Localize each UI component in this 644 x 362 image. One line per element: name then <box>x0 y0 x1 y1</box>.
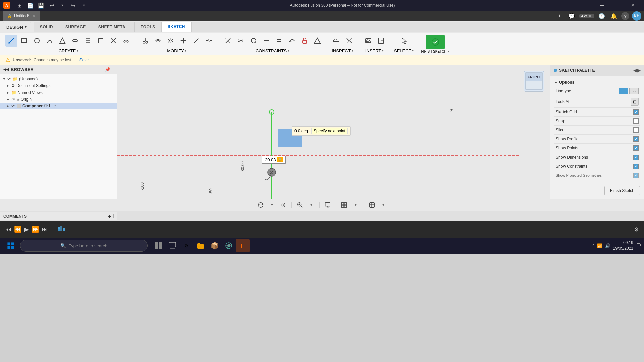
user-avatar[interactable]: KH <box>632 11 641 21</box>
coincident-tool[interactable] <box>222 35 234 47</box>
orbit-dropdown[interactable]: ▼ <box>267 200 277 210</box>
show-constraints-checkbox[interactable] <box>633 164 639 169</box>
up-arrow-icon[interactable]: ^ <box>593 244 594 248</box>
move-tool[interactable] <box>177 35 190 47</box>
taskbar-icon-settings[interactable]: ⚙ <box>180 239 193 252</box>
select-tool[interactable] <box>398 35 410 47</box>
taskbar-icon-chrome[interactable] <box>222 239 235 252</box>
skip-fwd-button[interactable]: ⏭ <box>42 226 48 233</box>
chat-icon[interactable]: 💬 <box>567 11 576 21</box>
rectangle-tool[interactable] <box>18 35 30 47</box>
tree-item-origin[interactable]: ▶ 👁 ◈ Origin <box>0 96 117 103</box>
create-label[interactable]: CREATE ▼ <box>59 48 79 53</box>
eye-icon[interactable]: 👁 <box>7 77 11 81</box>
playback-settings[interactable]: ⚙ <box>634 226 639 233</box>
finish-sketch-tool-button[interactable] <box>426 35 445 49</box>
browser-pin-icon[interactable]: 📌 <box>105 67 110 72</box>
tab-sheet-metal[interactable]: SHEET METAL <box>92 22 135 32</box>
save-link[interactable]: Save <box>79 58 89 62</box>
tree-item-named-views[interactable]: ▶ 📁 Named Views <box>0 89 117 96</box>
pan-button[interactable] <box>279 200 288 210</box>
select-label[interactable]: SELECT ▼ <box>394 48 414 53</box>
view-cube[interactable]: FRONT <box>521 68 547 95</box>
comments-add-icon[interactable]: + <box>108 214 111 219</box>
zoom-dropdown[interactable]: ▼ <box>307 200 316 210</box>
perpendicular-tool[interactable] <box>260 35 272 47</box>
linetype-solid-button[interactable] <box>619 88 628 94</box>
taskbar-icon-explorer[interactable] <box>152 239 165 252</box>
search-box[interactable]: 🔍 Type here to search <box>20 240 148 252</box>
slice-checkbox[interactable] <box>633 127 639 133</box>
new-tab-button[interactable]: + <box>555 11 564 21</box>
tree-item-component[interactable]: ▶ 👁 Component1:1 ⊙ <box>0 103 117 109</box>
midpoint-tool[interactable] <box>311 35 323 47</box>
insert-label[interactable]: INSERT ▼ <box>365 48 384 53</box>
equal-tool[interactable] <box>273 35 285 47</box>
settings-icon[interactable]: ⚙ <box>634 227 639 232</box>
line-tool[interactable] <box>5 35 17 47</box>
constraints-label[interactable]: CONSTRAINTS ▼ <box>256 48 290 53</box>
display-settings-button[interactable] <box>323 200 332 210</box>
undo-icon[interactable]: ↩ <box>47 1 56 10</box>
tangent-tool[interactable] <box>286 35 298 47</box>
notification-icon[interactable]: 🗨 <box>636 243 641 249</box>
trim-tool[interactable] <box>107 35 119 47</box>
polygon-tool[interactable] <box>82 35 94 47</box>
parallel-tool[interactable] <box>248 35 260 47</box>
fillet-tool[interactable] <box>95 35 107 47</box>
lock-tool[interactable] <box>299 35 311 47</box>
network-icon[interactable]: 📶 <box>597 243 602 248</box>
insert-image-tool[interactable] <box>362 35 374 47</box>
taskbar-icon-taskview[interactable] <box>166 239 179 252</box>
palette-expand-icon[interactable]: ◀▶ <box>633 68 641 73</box>
canvas-tool[interactable] <box>375 35 387 47</box>
tab-close-button[interactable]: × <box>33 14 35 19</box>
eye-icon-origin[interactable]: 👁 <box>11 97 15 102</box>
file-menu-icon[interactable]: 📄 <box>25 1 35 10</box>
taskbar-icon-package[interactable]: 📦 <box>208 239 221 252</box>
circle-tool[interactable] <box>31 35 43 47</box>
play-button[interactable]: ▶ <box>24 226 29 233</box>
show-dimensions-checkbox[interactable] <box>633 155 639 160</box>
grid-settings-button[interactable] <box>339 200 349 210</box>
close-button[interactable]: ✕ <box>625 0 641 11</box>
browser-collapse-icon[interactable]: ◀◀ <box>3 67 9 72</box>
taskbar-icon-fusion[interactable]: F <box>236 239 250 252</box>
save-icon[interactable]: 💾 <box>36 1 46 10</box>
grid-menu-icon[interactable]: ⊞ <box>15 1 24 10</box>
collinear-tool[interactable] <box>235 35 247 47</box>
show-profile-checkbox[interactable] <box>633 136 639 142</box>
grid-dropdown[interactable]: ▼ <box>351 200 360 210</box>
show-projected-checkbox[interactable] <box>633 173 639 178</box>
help-icon[interactable]: ? <box>621 12 629 20</box>
offset-curve-tool[interactable] <box>152 35 164 47</box>
look-at-button[interactable]: ⊡ <box>631 98 639 106</box>
taskbar-icon-folder[interactable] <box>194 239 207 252</box>
tab-tools[interactable]: TOOLS <box>135 22 162 32</box>
maximize-button[interactable]: □ <box>610 0 625 11</box>
extend-tool[interactable] <box>190 35 202 47</box>
view-settings-button[interactable] <box>367 200 377 210</box>
dimension-input[interactable]: 20.03 🔒 <box>262 156 286 164</box>
prev-button[interactable]: ⏪ <box>14 226 21 233</box>
tree-item-root[interactable]: ▼ 👁 📁 (Unsaved) <box>0 76 117 82</box>
next-button[interactable]: ⏩ <box>32 226 39 233</box>
orbit-button[interactable] <box>256 200 265 210</box>
offset-tool[interactable] <box>120 35 132 47</box>
inspect-label[interactable]: INSPECT ▼ <box>332 48 354 53</box>
volume-icon[interactable]: 🔊 <box>605 243 610 248</box>
tab-surface[interactable]: SURFACE <box>59 22 92 32</box>
start-button[interactable] <box>3 238 19 254</box>
eye-icon-component[interactable]: 👁 <box>11 104 15 108</box>
redo-dropdown-icon[interactable]: ▼ <box>79 1 89 10</box>
redo-icon[interactable]: ↪ <box>68 1 78 10</box>
arc-tool[interactable] <box>44 35 56 47</box>
snap-checkbox[interactable] <box>633 118 639 124</box>
clock-icon[interactable]: 🕐 <box>597 11 606 21</box>
tree-item-doc-settings[interactable]: ▶ ⚙ Document Settings <box>0 82 117 89</box>
undo-dropdown-icon[interactable]: ▼ <box>58 1 67 10</box>
minimize-button[interactable]: ─ <box>594 0 610 11</box>
measure2-tool[interactable] <box>343 35 355 47</box>
palette-section-options[interactable]: ▼ Options <box>554 79 640 86</box>
zoom-button[interactable] <box>295 200 305 210</box>
